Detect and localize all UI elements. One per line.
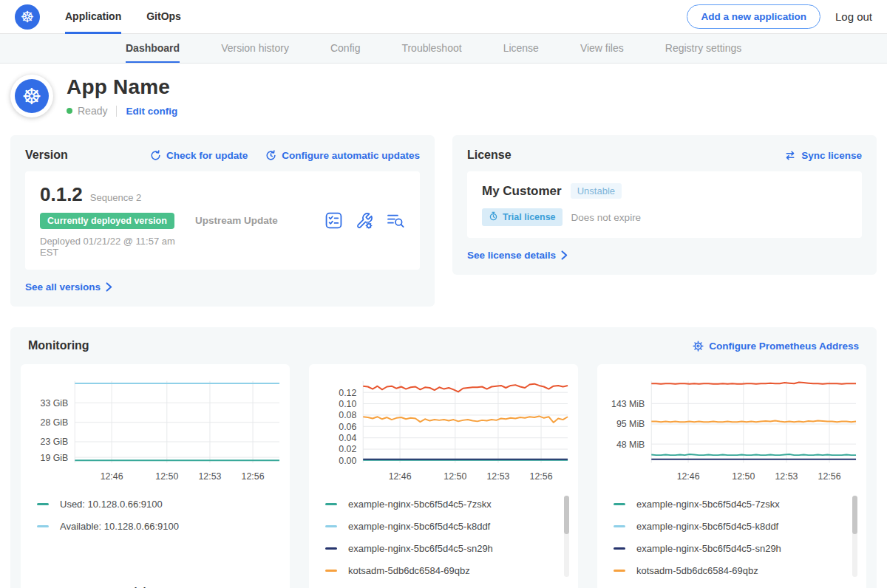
app-avatar: ☸ <box>10 75 53 117</box>
svg-text:12:56: 12:56 <box>530 471 553 482</box>
monitoring-header: Monitoring Configure Prometheus Address <box>21 339 866 352</box>
legend-dash-icon <box>614 547 625 550</box>
svg-text:12:50: 12:50 <box>155 471 178 482</box>
svg-text:0.04: 0.04 <box>339 433 356 443</box>
page-title: App Name <box>67 75 177 99</box>
tab-view-files[interactable]: View files <box>580 34 624 63</box>
chart-card-cpu-usage: 12:4612:5012:5312:560.120.100.080.060.04… <box>309 364 578 588</box>
license-type-label: Trial license <box>503 212 556 222</box>
version-card: Version Check for update Configure autom… <box>10 135 435 307</box>
tab-dashboard[interactable]: Dashboard <box>126 34 180 63</box>
edit-config-link[interactable]: Edit config <box>126 106 177 117</box>
legend-label: kotsadm-5db6dc6584-69qbz <box>348 565 470 576</box>
configure-automatic-updates-link[interactable]: Configure automatic updates <box>265 150 420 161</box>
svg-text:48 MiB: 48 MiB <box>616 440 645 450</box>
svg-text:0.10: 0.10 <box>339 399 356 409</box>
svg-text:12:53: 12:53 <box>775 471 798 482</box>
see-license-details-row: See license details <box>467 248 862 261</box>
kubernetes-app-icon: ☸ <box>15 79 49 113</box>
tab-troubleshoot[interactable]: Troubleshoot <box>401 34 461 63</box>
channel-badge: Unstable <box>571 183 622 199</box>
tab-registry-settings[interactable]: Registry settings <box>665 34 741 63</box>
stopwatch-icon <box>489 211 498 223</box>
legend-item: example-nginx-5bc6f5d4c5-k8ddf <box>325 521 565 532</box>
svg-text:12:56: 12:56 <box>818 471 841 482</box>
app-status-row: Ready Edit config <box>67 105 177 117</box>
legend-label: example-nginx-5bc6f5d4c5-sn29h <box>348 543 493 554</box>
svg-text:0.06: 0.06 <box>339 422 356 432</box>
license-card: License Sync license My Customer Unstabl… <box>452 135 877 275</box>
see-all-versions-row: See all versions <box>25 280 420 293</box>
svg-text:0.12: 0.12 <box>339 388 356 398</box>
check-for-update-label: Check for update <box>166 150 248 161</box>
topnav-item-application[interactable]: Application <box>65 0 121 34</box>
legend-item: example-nginx-5bc6f5d4c5-sn29h <box>614 543 853 554</box>
check-for-update-link[interactable]: Check for update <box>150 150 248 161</box>
legend-item: Available: 10.128.0.66:9100 <box>37 521 276 532</box>
legend-item: kotsadm-5db6dc6584-69qbz <box>325 565 565 576</box>
chevron-right-icon <box>561 250 568 260</box>
configure-prometheus-link[interactable]: Configure Prometheus Address <box>693 341 859 352</box>
schedule-icon <box>265 150 276 161</box>
legend-scrollbar-thumb[interactable] <box>852 496 857 534</box>
charts-row: 12:4612:5012:5312:5633 GiB28 GiB23 GiB19… <box>21 364 866 588</box>
config-wrench-icon[interactable] <box>356 212 373 230</box>
current-version-box: 0.1.2 Sequence 2 Currently deployed vers… <box>25 171 420 270</box>
chevron-right-icon <box>106 282 112 292</box>
monitoring-card: Monitoring Configure Prometheus Address … <box>10 327 877 588</box>
configure-prometheus-label: Configure Prometheus Address <box>709 341 859 352</box>
legend-dash-icon <box>325 503 337 505</box>
release-notes-icon[interactable] <box>325 212 342 229</box>
legend-scrollbar[interactable] <box>852 496 857 577</box>
legend-label: example-nginx-5bc6f5d4c5-sn29h <box>636 543 781 554</box>
cpu-usage-plot: 12:4612:5012:5312:560.120.100.080.060.04… <box>316 373 571 490</box>
top-nav-right: Add a new application Log out <box>687 4 872 29</box>
svg-text:95 MiB: 95 MiB <box>616 419 645 429</box>
configure-updates-label: Configure automatic updates <box>282 150 420 161</box>
tab-config[interactable]: Config <box>330 34 360 63</box>
see-all-versions-link[interactable]: See all versions <box>25 281 112 293</box>
divider <box>116 106 117 117</box>
see-all-versions-label: See all versions <box>25 281 101 293</box>
app-sub-nav: DashboardVersion historyConfigTroublesho… <box>0 34 887 64</box>
legend-scrollbar-thumb[interactable] <box>564 496 569 534</box>
legend-label: kotsadm-5db6dc6584-69qbz <box>636 565 758 576</box>
version-card-header: Version Check for update Configure autom… <box>25 148 420 162</box>
see-license-details-label: See license details <box>467 250 556 261</box>
legend-dash-icon <box>325 525 337 527</box>
legend-label: example-nginx-5bc6f5d4c5-7zskx <box>636 499 780 510</box>
svg-text:12:53: 12:53 <box>486 471 509 482</box>
app-info: App Name Ready Edit config <box>67 75 177 117</box>
license-card-title: License <box>467 148 512 162</box>
svg-text:12:53: 12:53 <box>198 471 221 482</box>
see-license-details-link[interactable]: See license details <box>467 250 568 261</box>
chart-card-memory-usage: 12:4612:5012:5312:56143 MiB95 MiB48 MiBe… <box>597 364 866 588</box>
tab-version-history[interactable]: Version history <box>221 34 289 63</box>
sync-license-link[interactable]: Sync license <box>784 150 862 161</box>
svg-text:12:50: 12:50 <box>444 471 466 482</box>
app-header: ☸ App Name Ready Edit config <box>0 64 887 132</box>
license-box: My Customer Unstable Trial license Does … <box>467 171 862 238</box>
customer-name: My Customer <box>482 184 562 199</box>
view-diff-icon[interactable] <box>387 212 405 229</box>
svg-text:0.08: 0.08 <box>339 410 356 420</box>
version-action-icons <box>325 212 405 230</box>
legend-item: kotsadm-5db6dc6584-69qbz <box>614 565 853 576</box>
svg-text:12:50: 12:50 <box>732 471 755 482</box>
deployed-timestamp: Deployed 01/21/22 @ 11:57 am EST <box>40 236 194 258</box>
status-text: Ready <box>78 105 107 117</box>
svg-text:33 GiB: 33 GiB <box>41 398 69 408</box>
add-new-application-button[interactable]: Add a new application <box>687 4 820 29</box>
topnav-item-gitops[interactable]: GitOps <box>146 0 181 34</box>
svg-text:12:46: 12:46 <box>101 471 123 482</box>
legend-label: example-nginx-5bc6f5d4c5-k8ddf <box>636 521 778 532</box>
tab-license[interactable]: License <box>503 34 539 63</box>
gear-icon <box>693 341 704 352</box>
legend-dash-icon <box>37 503 49 505</box>
ready-status-dot-icon <box>67 108 72 114</box>
legend-item: example-nginx-5bc6f5d4c5-k8ddf <box>614 521 853 532</box>
logout-button[interactable]: Log out <box>835 10 872 23</box>
monitoring-title: Monitoring <box>28 339 89 352</box>
license-card-header: License Sync license <box>467 148 862 162</box>
legend-scrollbar[interactable] <box>564 496 569 577</box>
